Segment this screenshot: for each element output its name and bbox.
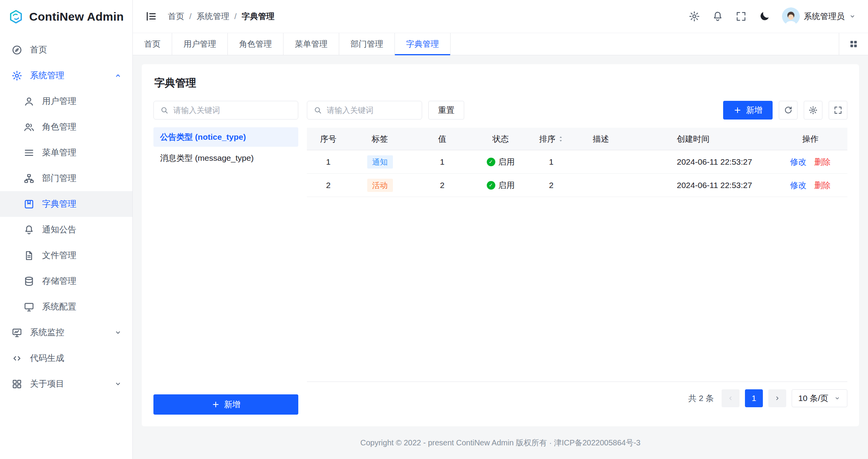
sidebar-item-label: 用户管理 [42,95,76,107]
tab-user-mgmt[interactable]: 用户管理 [172,33,228,55]
tab-menu-mgmt[interactable]: 菜单管理 [283,33,339,55]
col-header-sort[interactable]: 排序 [527,134,576,144]
username: 系统管理员 [804,11,845,22]
prev-page-button[interactable] [722,389,739,407]
page-number-button[interactable]: 1 [745,389,763,407]
next-page-button[interactable] [768,389,786,407]
sidebar-item-role-mgmt[interactable]: 角色管理 [0,114,132,140]
main-column: 首页 / 系统管理 / 字典管理 系统管理员 [133,0,868,459]
refresh-button[interactable] [779,101,798,120]
dict-data-panel: 重置 新增 [307,101,847,415]
dict-item-message-type[interactable]: 消息类型 (message_type) [153,148,298,168]
dark-mode-moon-icon[interactable] [759,11,770,22]
sidebar-group-monitor[interactable]: 系统监控 [0,320,132,345]
monitor-icon [11,327,23,338]
bell-icon [23,224,35,236]
database-icon [23,276,35,287]
col-header-desc: 描述 [576,134,626,144]
user-menu[interactable]: 系统管理员 [782,7,856,25]
dict-search-input[interactable] [173,106,292,115]
delete-link[interactable]: 删除 [814,157,831,167]
sidebar-item-label: 文件管理 [42,250,76,261]
sidebar-item-label: 首页 [30,44,47,56]
page-size-value: 10 条/页 [798,393,828,404]
sidebar-item-label: 存储管理 [42,275,76,287]
cell-status: ✓ 启用 [474,156,527,167]
sidebar-item-file-mgmt[interactable]: 文件管理 [0,243,132,268]
cell-sort: 2 [527,181,576,190]
table-search-input[interactable] [327,106,416,115]
cell-sort: 1 [527,157,576,167]
breadcrumb-current: 字典管理 [242,11,275,22]
sidebar: ContiNew Admin 首页 系统管理 用户管理 角色管理 菜单管理 部门… [0,0,133,459]
code-icon [11,353,23,364]
sidebar-item-label: 角色管理 [42,121,76,133]
breadcrumb-home[interactable]: 首页 [168,11,184,22]
sidebar-nav: 首页 系统管理 用户管理 角色管理 菜单管理 部门管理 字典管理 [0,33,132,459]
sidebar-item-label: 菜单管理 [42,147,76,158]
tab-dept-mgmt[interactable]: 部门管理 [339,33,395,55]
table-search-box [307,101,422,120]
sidebar-group-system[interactable]: 系统管理 [0,63,132,88]
sidebar-item-sys-config[interactable]: 系统配置 [0,294,132,320]
cell-no: 2 [307,181,350,190]
column-settings-button[interactable] [804,101,822,120]
page-title: 字典管理 [154,76,847,90]
tag-badge: 通知 [367,155,393,169]
col-header-created: 创建时间 [626,134,773,144]
cell-tag: 活动 [350,179,410,192]
edit-link[interactable]: 修改 [790,180,806,191]
table-row: 1 通知 1 ✓ 启用 1 [307,150,847,174]
sidebar-group-about[interactable]: 关于项目 [0,371,132,397]
avatar[interactable] [782,7,800,25]
sidebar-item-dict-mgmt[interactable]: 字典管理 [0,191,132,217]
add-button[interactable]: 新增 [723,101,773,120]
table-fullscreen-button[interactable] [829,101,847,120]
tab-role-mgmt[interactable]: 角色管理 [228,33,283,55]
grid-icon [11,378,23,390]
sidebar-item-home[interactable]: 首页 [0,37,132,63]
reset-button[interactable]: 重置 [428,101,464,120]
cell-value: 1 [410,157,474,167]
breadcrumb-system[interactable]: 系统管理 [197,11,229,22]
sort-carets-icon[interactable] [558,135,563,143]
fullscreen-icon[interactable] [735,11,747,22]
sidebar-item-notice[interactable]: 通知公告 [0,217,132,243]
tab-home[interactable]: 首页 [133,33,172,55]
fullscreen-icon [833,106,843,115]
dict-item-notice-type[interactable]: 公告类型 (notice_type) [153,127,298,147]
notification-bell-icon[interactable] [712,11,724,22]
tab-dict-mgmt[interactable]: 字典管理 [395,33,451,55]
sidebar-item-codegen[interactable]: 代码生成 [0,345,132,371]
col-header-tag: 标签 [350,134,410,144]
sidebar-item-label: 通知公告 [42,224,76,236]
col-header-no: 序号 [307,134,350,144]
grid-apps-icon [849,39,859,49]
sidebar-item-dept-mgmt[interactable]: 部门管理 [0,165,132,191]
dict-type-list: 公告类型 (notice_type) 消息类型 (message_type) [153,127,298,168]
add-button-label: 新增 [224,399,241,410]
tab-list-menu-button[interactable] [839,33,868,55]
delete-link[interactable]: 删除 [814,180,831,191]
tag-badge: 活动 [367,179,393,192]
page-size-select[interactable]: 10 条/页 [792,389,847,407]
table-header-row: 序号 标签 值 状态 排序 描述 创建时间 操作 [307,128,847,150]
collapse-menu-icon[interactable] [144,10,158,23]
status-enabled-icon: ✓ [487,158,495,166]
cell-tag: 通知 [350,155,410,169]
chevron-down-icon [114,380,122,388]
dict-type-add-button[interactable]: 新增 [153,394,298,415]
sidebar-item-menu-mgmt[interactable]: 菜单管理 [0,140,132,165]
panels: 公告类型 (notice_type) 消息类型 (message_type) 新… [153,101,847,415]
pagination-total: 共 2 条 [688,393,714,404]
sidebar-group-label: 关于项目 [30,378,64,390]
edit-link[interactable]: 修改 [790,157,806,167]
table-toolbar: 重置 新增 [307,101,847,120]
dict-search-box [153,101,298,120]
pagination: 共 2 条 1 10 条/页 [307,382,847,415]
plus-icon [733,106,742,114]
settings-gear-icon[interactable] [688,11,700,22]
sidebar-item-user-mgmt[interactable]: 用户管理 [0,88,132,114]
sidebar-item-storage-mgmt[interactable]: 存储管理 [0,268,132,294]
status-label: 启用 [498,180,515,191]
